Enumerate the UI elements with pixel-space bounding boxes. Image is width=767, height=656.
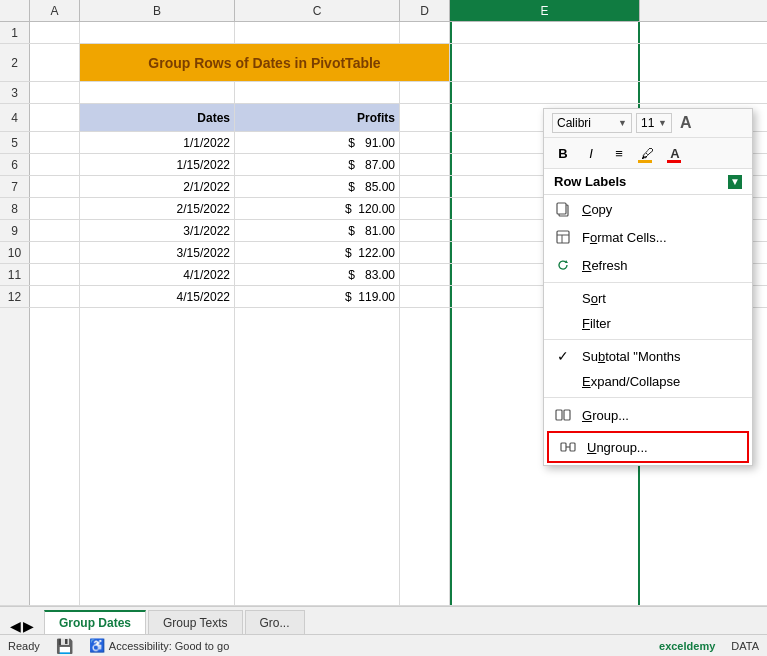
col-header-d[interactable]: D (400, 0, 450, 21)
column-headers: A B C D E (0, 0, 767, 22)
cell-date-10[interactable]: 3/15/2022 (80, 242, 235, 263)
cell-profit-11[interactable]: $ 83.00 (235, 264, 400, 285)
cell-d7[interactable] (400, 176, 450, 197)
cell-a5[interactable] (30, 132, 80, 153)
cell-empty[interactable] (235, 308, 400, 605)
cell-d12[interactable] (400, 286, 450, 307)
table-row: 3 (0, 82, 767, 104)
cell-date-5[interactable]: 1/1/2022 (80, 132, 235, 153)
cell-d4[interactable] (400, 104, 450, 131)
cell-date-12[interactable]: 4/15/2022 (80, 286, 235, 307)
group-icon (554, 406, 572, 424)
cell-a6[interactable] (30, 154, 80, 175)
font-color-icon: A (670, 146, 679, 161)
menu-item-sort[interactable]: Sort (544, 286, 752, 311)
tab-next-arrow[interactable]: ▶ (23, 618, 34, 634)
cell-title[interactable]: Group Rows of Dates in PivotTable (80, 44, 450, 81)
cell-c3[interactable] (235, 82, 400, 103)
menu-item-refresh[interactable]: Refresh (544, 251, 752, 279)
cell-b1[interactable] (80, 22, 235, 43)
row-num: 2 (0, 44, 30, 81)
menu-item-copy[interactable]: Copy (544, 195, 752, 223)
menu-item-ungroup[interactable]: Ungroup... (547, 431, 749, 463)
cell-d9[interactable] (400, 220, 450, 241)
row-num: 9 (0, 220, 30, 241)
cell-d8[interactable] (400, 198, 450, 219)
cell-empty[interactable] (400, 308, 450, 605)
cell-d6[interactable] (400, 154, 450, 175)
cell-a2[interactable] (30, 44, 80, 81)
font-size-box[interactable]: 11 ▼ (636, 113, 672, 133)
font-color-button[interactable]: A (664, 142, 686, 164)
col-header-e[interactable]: E (450, 0, 640, 21)
tab-group-dates[interactable]: Group Dates (44, 610, 146, 634)
highlight-color-button[interactable]: 🖊 (636, 142, 658, 164)
menu-item-filter[interactable]: Filter (544, 311, 752, 336)
svg-rect-2 (557, 231, 569, 243)
cell-date-9[interactable]: 3/1/2022 (80, 220, 235, 241)
tab-prev-arrow[interactable]: ◀ (10, 618, 21, 634)
cell-d1[interactable] (400, 22, 450, 43)
col-header-c[interactable]: C (235, 0, 400, 21)
pivot-dropdown-button[interactable]: ▼ (728, 175, 742, 189)
cell-a7[interactable] (30, 176, 80, 197)
cell-a11[interactable] (30, 264, 80, 285)
pivot-header[interactable]: Row Labels ▼ (544, 169, 752, 195)
menu-item-subtotal[interactable]: ✓ Subtotal "Months (544, 343, 752, 369)
col-header-a[interactable]: A (30, 0, 80, 21)
font-increase-icon[interactable]: A (680, 114, 692, 132)
svg-rect-1 (557, 203, 566, 214)
context-menu: Calibri ▼ 11 ▼ A B I ≡ 🖊 A Row Labels ▼ (543, 108, 753, 466)
cell-empty[interactable] (30, 308, 80, 605)
cell-dates-header[interactable]: Dates (80, 104, 235, 131)
cell-a3[interactable] (30, 82, 80, 103)
cell-profit-10[interactable]: $ 122.00 (235, 242, 400, 263)
cell-profit-5[interactable]: $ 91.00 (235, 132, 400, 153)
cell-profits-header[interactable]: Profits (235, 104, 400, 131)
cell-d5[interactable] (400, 132, 450, 153)
menu-item-format-cells[interactable]: Format Cells... (544, 223, 752, 251)
cell-d10[interactable] (400, 242, 450, 263)
bold-button[interactable]: B (552, 142, 574, 164)
cell-a4[interactable] (30, 104, 80, 131)
cell-e3[interactable] (450, 82, 640, 103)
font-toolbar: Calibri ▼ 11 ▼ A (544, 109, 752, 138)
row-num: 1 (0, 22, 30, 43)
cell-a10[interactable] (30, 242, 80, 263)
cell-profit-12[interactable]: $ 119.00 (235, 286, 400, 307)
cell-profit-7[interactable]: $ 85.00 (235, 176, 400, 197)
cell-d11[interactable] (400, 264, 450, 285)
cell-profit-9[interactable]: $ 81.00 (235, 220, 400, 241)
cell-a12[interactable] (30, 286, 80, 307)
tab-group-texts[interactable]: Group Texts (148, 610, 242, 634)
cell-profit-8[interactable]: $ 120.00 (235, 198, 400, 219)
cell-a9[interactable] (30, 220, 80, 241)
cell-date-7[interactable]: 2/1/2022 (80, 176, 235, 197)
menu-separator-3 (544, 397, 752, 398)
cell-profit-6[interactable]: $ 87.00 (235, 154, 400, 175)
align-button[interactable]: ≡ (608, 142, 630, 164)
refresh-icon (554, 256, 572, 274)
font-name-box[interactable]: Calibri ▼ (552, 113, 632, 133)
cell-a8[interactable] (30, 198, 80, 219)
cell-e1[interactable] (450, 22, 640, 43)
menu-item-expand-collapse[interactable]: Expand/Collapse (544, 369, 752, 394)
cell-date-11[interactable]: 4/1/2022 (80, 264, 235, 285)
cell-c1[interactable] (235, 22, 400, 43)
cell-empty[interactable] (80, 308, 235, 605)
menu-item-group[interactable]: Group... (544, 401, 752, 429)
cell-date-8[interactable]: 2/15/2022 (80, 198, 235, 219)
cell-a1[interactable] (30, 22, 80, 43)
tab-group-other[interactable]: Gro... (245, 610, 305, 634)
col-header-b[interactable]: B (80, 0, 235, 21)
cell-e2[interactable] (450, 44, 640, 81)
cell-d3[interactable] (400, 82, 450, 103)
menu-refresh-label: Refresh (582, 258, 742, 273)
cell-b3[interactable] (80, 82, 235, 103)
table-row: 2 Group Rows of Dates in PivotTable (0, 44, 767, 82)
italic-button[interactable]: I (580, 142, 602, 164)
cell-date-6[interactable]: 1/15/2022 (80, 154, 235, 175)
row-num: 7 (0, 176, 30, 197)
menu-ungroup-label: Ungroup... (587, 440, 737, 455)
row-num: 12 (0, 286, 30, 307)
